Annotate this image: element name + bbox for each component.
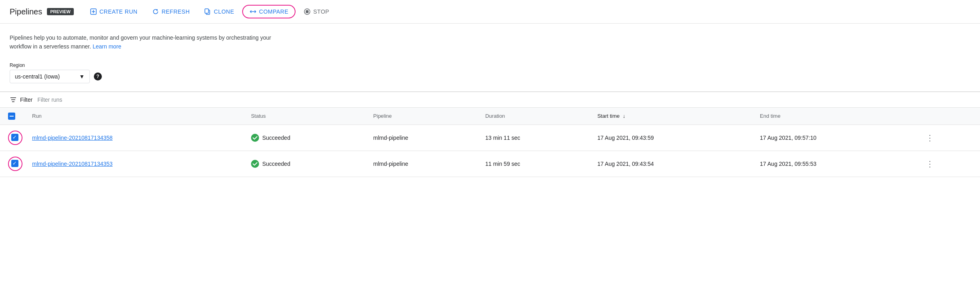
- end-time-cell: 17 Aug 2021, 09:55:53: [753, 151, 916, 177]
- row-checkbox[interactable]: ✓: [11, 134, 19, 142]
- start-time-cell: 17 Aug 2021, 09:43:59: [591, 125, 753, 151]
- filter-button[interactable]: Filter: [10, 96, 32, 103]
- end-time-value: 17 Aug 2021, 09:55:53: [760, 161, 816, 167]
- minus-icon: [10, 116, 14, 117]
- status-cell: Succeeded: [245, 125, 367, 151]
- pipeline-value: mlmd-pipeline: [373, 135, 408, 141]
- col-header-run[interactable]: Run: [26, 108, 245, 125]
- filter-icon: [10, 96, 17, 103]
- status-text: Succeeded: [262, 161, 290, 167]
- stop-icon: [304, 8, 311, 15]
- clone-button[interactable]: CLONE: [198, 5, 241, 18]
- table-header-row: Run Status Pipeline Duration Start time …: [0, 108, 980, 125]
- pipeline-cell: mlmd-pipeline: [367, 125, 479, 151]
- region-select[interactable]: us-central1 (Iowa) ▼: [10, 70, 90, 83]
- description-text: Pipelines help you to automate, monitor …: [10, 33, 282, 51]
- create-run-button[interactable]: CREATE RUN: [83, 5, 144, 18]
- row-checkbox[interactable]: ✓: [11, 160, 19, 168]
- checkbox-circle: ✓: [8, 131, 22, 145]
- col-header-status[interactable]: Status: [245, 108, 367, 125]
- duration-value: 11 min 59 sec: [485, 161, 520, 167]
- header-checkbox-col[interactable]: [0, 108, 26, 125]
- filter-label: Filter: [20, 97, 32, 103]
- end-time-cell: 17 Aug 2021, 09:57:10: [753, 125, 916, 151]
- more-options-cell: ⋮: [916, 125, 980, 151]
- help-icon[interactable]: ?: [94, 72, 102, 81]
- region-value: us-central1 (Iowa): [15, 73, 60, 80]
- start-time-value: 17 Aug 2021, 09:43:59: [597, 135, 654, 141]
- run-link[interactable]: mlmd-pipeline-20210817134358: [32, 135, 113, 141]
- svg-point-11: [251, 134, 259, 142]
- create-run-icon: [90, 8, 97, 15]
- row-checkbox-cell: ✓: [0, 151, 26, 177]
- description-section: Pipelines help you to automate, monitor …: [0, 24, 980, 58]
- end-time-value: 17 Aug 2021, 09:57:10: [760, 135, 816, 141]
- region-label: Region: [10, 62, 970, 68]
- create-run-label: CREATE RUN: [99, 8, 138, 15]
- duration-value: 13 min 11 sec: [485, 135, 520, 141]
- stop-label: STOP: [313, 8, 329, 15]
- run-link[interactable]: mlmd-pipeline-20210817134353: [32, 161, 113, 167]
- runs-table: Run Status Pipeline Duration Start time …: [0, 108, 980, 177]
- duration-cell: 11 min 59 sec: [479, 151, 591, 177]
- run-cell: mlmd-pipeline-20210817134353: [26, 151, 245, 177]
- checkbox-circle: ✓: [8, 157, 22, 171]
- table-row: ✓ mlmd-pipeline-20210817134353 Succeeded…: [0, 151, 980, 177]
- clone-icon: [204, 8, 211, 15]
- clone-label: CLONE: [214, 8, 234, 15]
- refresh-label: REFRESH: [162, 8, 190, 15]
- pipeline-cell: mlmd-pipeline: [367, 151, 479, 177]
- refresh-button[interactable]: REFRESH: [146, 5, 196, 18]
- start-time-cell: 17 Aug 2021, 09:43:54: [591, 151, 753, 177]
- pipeline-value: mlmd-pipeline: [373, 161, 408, 167]
- col-header-start-time[interactable]: Start time ↓: [591, 108, 753, 125]
- compare-button[interactable]: COMPARE: [242, 5, 296, 18]
- status-succeeded-icon: [251, 134, 259, 142]
- refresh-icon: [152, 8, 159, 15]
- select-all-checkbox[interactable]: [8, 113, 15, 120]
- stop-button[interactable]: STOP: [297, 5, 336, 18]
- row-checkbox-cell: ✓: [0, 125, 26, 151]
- col-header-pipeline[interactable]: Pipeline: [367, 108, 479, 125]
- run-cell: mlmd-pipeline-20210817134358: [26, 125, 245, 151]
- table-row: ✓ mlmd-pipeline-20210817134358 Succeeded…: [0, 125, 980, 151]
- col-header-actions: [916, 108, 980, 125]
- compare-label: COMPARE: [259, 8, 288, 15]
- filter-bar: Filter Filter runs: [0, 92, 980, 108]
- svg-rect-7: [306, 10, 309, 13]
- more-options-button[interactable]: ⋮: [923, 158, 937, 170]
- page-title: Pipelines: [10, 7, 42, 16]
- table-wrapper: Run Status Pipeline Duration Start time …: [0, 108, 980, 177]
- status-cell: Succeeded: [245, 151, 367, 177]
- preview-badge: PREVIEW: [47, 8, 74, 15]
- col-header-end-time[interactable]: End time: [753, 108, 916, 125]
- region-select-wrapper: us-central1 (Iowa) ▼ ?: [10, 70, 970, 83]
- svg-rect-4: [205, 9, 209, 13]
- region-section: Region us-central1 (Iowa) ▼ ?: [0, 58, 980, 91]
- start-time-value: 17 Aug 2021, 09:43:54: [597, 161, 654, 167]
- duration-cell: 13 min 11 sec: [479, 125, 591, 151]
- compare-icon: [249, 8, 257, 15]
- more-options-cell: ⋮: [916, 151, 980, 177]
- svg-point-12: [251, 160, 259, 168]
- toolbar: Pipelines PREVIEW CREATE RUN REFRESH: [0, 0, 980, 24]
- sort-arrow-icon: ↓: [623, 113, 626, 119]
- chevron-down-icon: ▼: [79, 73, 85, 80]
- status-text: Succeeded: [262, 135, 290, 141]
- col-header-duration[interactable]: Duration: [479, 108, 591, 125]
- filter-placeholder: Filter runs: [37, 97, 62, 103]
- learn-more-link[interactable]: Learn more: [93, 43, 121, 50]
- more-options-button[interactable]: ⋮: [923, 132, 937, 144]
- status-succeeded-icon: [251, 160, 259, 168]
